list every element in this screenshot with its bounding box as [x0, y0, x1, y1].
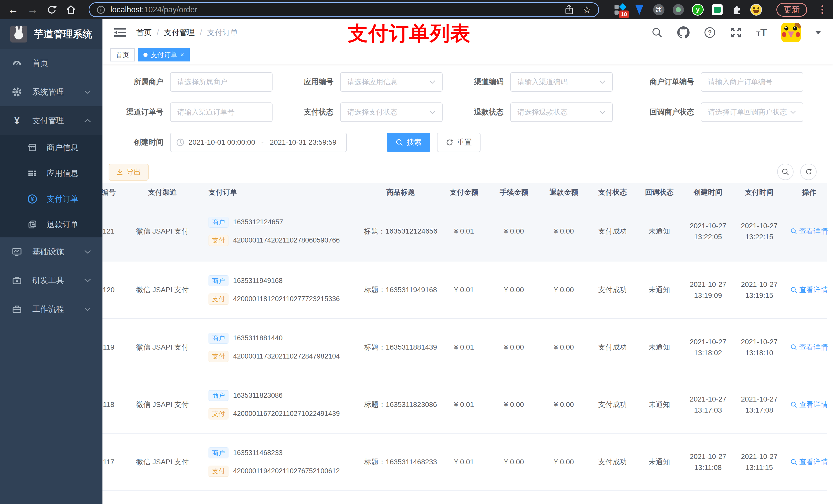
notify-status-select[interactable]: 请选择订单回调商户状态	[701, 102, 803, 122]
clock-icon	[176, 138, 185, 146]
filter-pay-status: 支付状态 请选择支付状态	[279, 102, 449, 122]
channel-code-select[interactable]: 请输入渠道编码	[510, 72, 613, 92]
table-row[interactable]: 119 微信 JSAPI 支付 商户1635311881440 支付420000…	[102, 319, 827, 376]
pay-badge: 支付	[209, 408, 229, 419]
filter-notify-status: 回调商户状态 请选择订单回调商户状态	[619, 102, 809, 122]
sidebar-item-label: 基础设施	[32, 246, 64, 257]
extension-pinned-icon[interactable]: 10	[614, 4, 626, 16]
bookmark-star-icon[interactable]: ☆	[582, 4, 591, 15]
pay-status-select[interactable]: 请选择支付状态	[340, 102, 443, 122]
sidebar-subitem-app-info[interactable]: 应用信息	[0, 161, 102, 186]
filter-channel-order-no: 渠道订单号	[109, 102, 279, 122]
sidebar-item-workflow[interactable]: 工作流程	[0, 295, 102, 323]
search-button[interactable]: 搜索	[387, 133, 430, 152]
sidebar-item-dev-tools[interactable]: 研发工具	[0, 266, 102, 295]
sidebar-item-home[interactable]: 首页	[0, 49, 102, 78]
select-caret-icon	[429, 80, 435, 84]
view-detail-link[interactable]: 查看详情	[790, 457, 828, 467]
browser-menu-icon[interactable]	[822, 5, 823, 14]
forward-icon[interactable]: →	[27, 4, 38, 15]
pay-badge: 支付	[209, 465, 229, 477]
sidebar-subitem-pay-order[interactable]: ¥ 支付订单	[0, 186, 102, 212]
user-avatar[interactable]	[781, 23, 801, 42]
table-row[interactable]: 121 微信 JSAPI 支付 商户1635312124657 支付420000…	[102, 201, 827, 262]
annotation-title: 支付订单列表	[348, 20, 471, 47]
merchant-badge: 商户	[209, 448, 229, 459]
table-row[interactable]: 120 微信 JSAPI 支付 商户1635311949168 支付420000…	[102, 262, 827, 319]
extension-chat-icon[interactable]	[711, 4, 723, 16]
help-icon[interactable]: ?	[704, 27, 716, 39]
reset-refresh-icon	[446, 139, 453, 146]
select-caret-icon	[599, 110, 605, 114]
table-row[interactable]: 116 商户1635311151796	[102, 491, 827, 504]
breadcrumb-home[interactable]: 首页	[136, 27, 152, 38]
export-button[interactable]: 导出	[109, 164, 148, 181]
table-row[interactable]: 118 微信 JSAPI 支付 商户1635311823086 支付420000…	[102, 376, 827, 434]
merchant-order-no-input[interactable]	[701, 72, 803, 92]
yen-circle-icon: ¥	[27, 194, 38, 204]
font-size-icon[interactable]: TT	[756, 26, 767, 39]
active-tag-dot	[143, 53, 147, 57]
gear-icon	[11, 87, 23, 97]
site-info-icon[interactable]	[97, 5, 105, 14]
back-icon[interactable]: ←	[8, 4, 19, 15]
sidebar: 芋道管理系统 首页 系统管理 ¥ 支付管理	[0, 19, 102, 504]
profile-avatar-icon[interactable]	[750, 4, 762, 16]
reset-button[interactable]: 重置	[437, 133, 480, 152]
view-detail-link[interactable]: 查看详情	[790, 285, 828, 295]
breadcrumb-pay-mgmt[interactable]: 支付管理	[164, 27, 195, 38]
app-no-select[interactable]: 请选择应用信息	[340, 72, 443, 92]
merchant-select[interactable]	[170, 72, 272, 92]
reload-icon[interactable]	[47, 5, 57, 15]
view-detail-link[interactable]: 查看详情	[790, 342, 828, 352]
filter-app-no: 应用编号 请选择应用信息	[279, 72, 449, 92]
github-icon[interactable]	[677, 26, 690, 39]
select-caret-icon	[599, 80, 605, 84]
app-logo-row[interactable]: 芋道管理系统	[0, 19, 102, 49]
address-bar[interactable]: localhost:1024/pay/order ☆	[89, 2, 599, 17]
refresh-table-button[interactable]	[800, 164, 817, 180]
browser-update-button[interactable]: 更新	[777, 3, 807, 17]
channel-order-no-input[interactable]	[170, 102, 272, 122]
toggle-search-button[interactable]	[777, 164, 793, 180]
sidebar-item-system[interactable]: 系统管理	[0, 78, 102, 106]
toolbox-icon	[11, 275, 23, 286]
view-detail-link[interactable]: 查看详情	[790, 226, 828, 236]
view-detail-link[interactable]: 查看详情	[790, 400, 828, 409]
extension-command-icon[interactable]: ⌘	[653, 4, 665, 16]
filter-create-time: 创建时间 2021-10-01 00:00:00 - 2021-10-31 23…	[109, 133, 347, 152]
pay-badge: 支付	[209, 351, 229, 362]
extension-y-icon[interactable]: y	[692, 4, 704, 16]
select-caret-icon	[790, 110, 796, 114]
extensions-row: 10 ⌘ y	[614, 4, 762, 16]
sidebar-subitem-refund-order[interactable]: 退款订单	[0, 212, 102, 237]
sidebar-item-payment[interactable]: ¥ 支付管理	[0, 106, 102, 135]
tag-pay-order[interactable]: 支付订单 ×	[138, 48, 190, 62]
select-caret-icon	[429, 110, 435, 114]
close-tag-icon[interactable]: ×	[180, 51, 184, 59]
avatar-caret-icon[interactable]	[815, 31, 821, 34]
fullscreen-icon[interactable]	[730, 27, 742, 39]
collapse-sidebar-icon[interactable]	[114, 27, 126, 38]
table-row[interactable]: 117 微信 JSAPI 支付 商户1635311468233 支付420000…	[102, 434, 827, 491]
home-icon[interactable]	[66, 4, 76, 15]
table-header-row: 编号 支付渠道 支付订单 商品标题 支付金额 手续金额 退款金额 支付状态 回调…	[102, 183, 827, 201]
create-time-range-input[interactable]: 2021-10-01 00:00:00 - 2021-10-31 23:59:5…	[170, 133, 347, 152]
yen-icon: ¥	[11, 115, 23, 126]
shop-icon	[27, 143, 38, 153]
chevron-down-icon	[84, 278, 91, 283]
sidebar-subitem-label: 退款订单	[47, 219, 78, 230]
share-icon[interactable]	[565, 5, 574, 15]
tag-home[interactable]: 首页	[110, 48, 135, 62]
search-icon[interactable]	[651, 27, 663, 39]
refund-status-select[interactable]: 请选择退款状态	[510, 102, 613, 122]
extensions-puzzle-icon[interactable]	[731, 4, 743, 16]
svg-text:¥: ¥	[31, 196, 34, 202]
extension-gem-icon[interactable]	[634, 4, 645, 16]
search-button-icon	[396, 139, 403, 146]
sidebar-subitem-merchant-info[interactable]: 商户信息	[0, 135, 102, 161]
breadcrumb: 首页 / 支付管理 / 支付订单	[136, 27, 238, 38]
app-title: 芋道管理系统	[34, 28, 92, 41]
extension-record-icon[interactable]	[672, 4, 684, 16]
sidebar-item-infrastructure[interactable]: 基础设施	[0, 237, 102, 266]
